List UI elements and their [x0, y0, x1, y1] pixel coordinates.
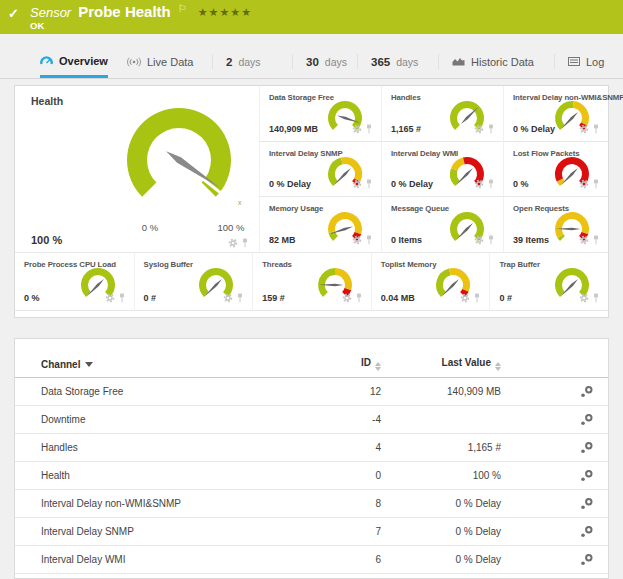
pin-icon[interactable] [487, 124, 495, 134]
tab-2-days[interactable]: 2days [226, 46, 261, 77]
gauge-value: 0 % [24, 293, 40, 303]
table-row-data-storage-free[interactable]: Data Storage Free 12 140,909 MB [15, 378, 608, 406]
col-header-id[interactable]: ID [361, 357, 371, 368]
pin-icon[interactable] [592, 293, 600, 303]
gauge-title: Toplist Memory [381, 260, 437, 269]
gauge-value: 0 % Delay [269, 179, 311, 189]
flag-icon[interactable]: ⚐ [178, 3, 187, 14]
tab-live-data[interactable]: Live Data [127, 46, 193, 77]
gauge-value: 0 Items [391, 235, 422, 245]
tab-overview[interactable]: Overview [40, 46, 108, 78]
pin-icon[interactable] [365, 179, 373, 189]
table-body: Data Storage Free 12 140,909 MB Downtime… [15, 378, 608, 579]
pin-icon[interactable] [118, 293, 126, 303]
gauge-tile-handles: Handles 1,165 # [381, 86, 503, 142]
gauge-tile-lost-flow-packets: Lost Flow Packets 0 % [503, 142, 608, 198]
gear-icon[interactable] [352, 179, 362, 189]
sort-both-icon [495, 362, 501, 372]
pin-icon[interactable] [592, 179, 600, 189]
gauge-value: 0 # [499, 293, 512, 303]
pin-icon[interactable] [592, 235, 600, 245]
cell-id: 12 [301, 386, 381, 397]
tab-365-days[interactable]: 365days [371, 46, 418, 77]
channel-settings-icon[interactable] [580, 413, 594, 426]
gear-icon[interactable] [474, 179, 484, 189]
gauge-title: Syslog Buffer [144, 260, 193, 269]
gauge-value: 159 # [262, 293, 285, 303]
gauge-tile-open-requests: Open Requests 39 Items [503, 197, 608, 253]
gauge-value: 0.04 MB [381, 293, 415, 303]
cell-last-value: 1,165 # [381, 442, 501, 453]
cell-id: 8 [301, 498, 381, 509]
pin-icon[interactable] [365, 235, 373, 245]
gear-icon[interactable] [579, 235, 589, 245]
gear-icon[interactable] [474, 235, 484, 245]
health-gauge-tile: Health 0 % 100 % 100 % x [15, 86, 259, 253]
table-row-interval-delay-non-wmi-snmp[interactable]: Interval Delay non-WMI&SNMP 8 0 % Delay [15, 490, 608, 518]
gear-icon[interactable] [105, 293, 115, 303]
gear-icon[interactable] [579, 124, 589, 134]
priority-stars[interactable]: ★★★★★ [198, 6, 252, 19]
tab-log[interactable]: Log [568, 46, 604, 77]
gauge-tile-message-queue: Message Queue 0 Items [381, 197, 503, 253]
cell-id: 0 [301, 470, 381, 481]
table-row-health[interactable]: Health 0 100 % [15, 462, 608, 490]
channel-settings-icon[interactable] [580, 469, 594, 482]
cell-channel: Interval Delay SNMP [41, 526, 301, 537]
gauge-title: Memory Usage [269, 204, 323, 213]
gear-icon[interactable] [342, 293, 352, 303]
table-row-downtime[interactable]: Downtime -4 [15, 406, 608, 434]
col-header-last-value[interactable]: Last Value [442, 357, 491, 368]
gauge-title: Message Queue [391, 204, 449, 213]
pin-icon[interactable] [473, 293, 481, 303]
pin-icon[interactable] [487, 235, 495, 245]
gauge-tile-toplist-memory: Toplist Memory 0.04 MB [371, 253, 490, 311]
table-row-lost-flow-packets[interactable]: Lost Flow Packets 10 0 % [15, 574, 608, 579]
pin-icon[interactable] [236, 293, 244, 303]
cell-id: 6 [301, 554, 381, 565]
table-row-handles[interactable]: Handles 4 1,165 # [15, 434, 608, 462]
gear-icon[interactable] [223, 293, 233, 303]
gear-icon[interactable] [579, 293, 589, 303]
col-header-channel[interactable]: Channel [41, 359, 80, 370]
channel-settings-icon[interactable] [580, 497, 594, 510]
gauge-value: 0 # [144, 293, 157, 303]
channel-settings-icon[interactable] [580, 553, 594, 566]
tab-30-days[interactable]: 30days [306, 46, 347, 77]
gear-icon[interactable] [460, 293, 470, 303]
cell-channel: Data Storage Free [41, 386, 301, 397]
gauge-tile-syslog-buffer: Syslog Buffer 0 # [134, 253, 253, 311]
gauge-tile-memory-usage: Memory Usage 82 MB [259, 197, 381, 253]
gear-icon[interactable] [579, 179, 589, 189]
cell-channel: Downtime [41, 414, 301, 425]
gauge-tile-data-storage-free: Data Storage Free 140,909 MB [259, 86, 381, 142]
table-row-interval-delay-wmi[interactable]: Interval Delay WMI 6 0 % Delay [15, 546, 608, 574]
gauge-value: 0 % Delay [513, 124, 555, 134]
gauge-scale-marker: x [238, 199, 242, 206]
gear-icon[interactable] [474, 124, 484, 134]
pin-icon[interactable] [355, 293, 363, 303]
tab-historic-data[interactable]: Historic Data [452, 46, 534, 77]
pin-icon[interactable] [241, 238, 249, 248]
channel-settings-icon[interactable] [580, 525, 594, 538]
gear-icon[interactable] [352, 124, 362, 134]
channel-settings-icon[interactable] [580, 385, 594, 398]
gear-icon[interactable] [228, 238, 238, 248]
gauge-tile-interval-delay-non-wmi-snmp: Interval Delay non-WMI&SNMP 0 % Delay [503, 86, 608, 142]
pin-icon[interactable] [592, 124, 600, 134]
small-gauges-grid: Data Storage Free 140,909 MB Handles 1,1… [259, 86, 608, 253]
table-header-row: Channel ID Last Value [15, 351, 608, 378]
gauge-title: Handles [391, 93, 421, 102]
gear-icon[interactable] [352, 235, 362, 245]
gauge-value: 0 % [513, 179, 529, 189]
gauge-value: 0 % Delay [391, 179, 433, 189]
gauge-tile-interval-delay-wmi: Interval Delay WMI 0 % Delay [381, 142, 503, 198]
pin-icon[interactable] [365, 124, 373, 134]
gauge-icon [40, 55, 53, 66]
health-min-label: 0 % [133, 222, 167, 233]
channel-settings-icon[interactable] [580, 441, 594, 454]
gauge-value: 39 Items [513, 235, 549, 245]
health-value: 100 % [31, 234, 62, 246]
pin-icon[interactable] [487, 179, 495, 189]
table-row-interval-delay-snmp[interactable]: Interval Delay SNMP 7 0 % Delay [15, 518, 608, 546]
